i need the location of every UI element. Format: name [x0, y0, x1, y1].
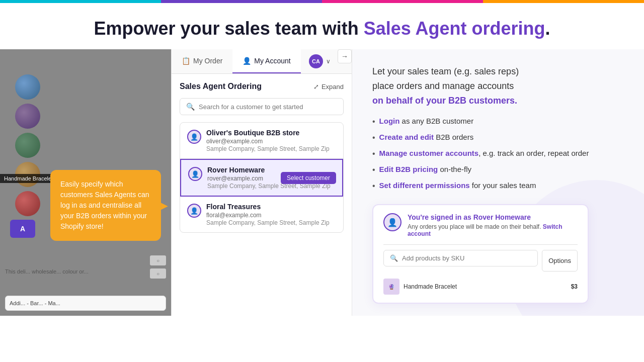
- right-panel: Let your sales team (e.g. sales reps) pl…: [352, 49, 644, 316]
- sao-header: Sales Agent Ordering ⤢ Expand: [180, 82, 344, 91]
- customer-name-1: Oliver's Boutique B2B store: [206, 129, 336, 137]
- right-desc-line2: place orders and manage accounts: [372, 81, 514, 91]
- sku-search-input[interactable]: [402, 254, 531, 262]
- customer-avatar-3: 👤: [187, 204, 201, 218]
- signin-title: You're signed in as Rover Homeware: [408, 213, 578, 221]
- customer-item-1[interactable]: 👤 Oliver's Boutique B2B store oliver@exa…: [180, 123, 343, 159]
- bullet-3: Manage customer accounts, e.g. track an …: [379, 148, 589, 159]
- customer-company-1: Sample Company, Sample Street, Sample Zi…: [206, 145, 336, 152]
- hero-title-end: .: [545, 18, 550, 39]
- sku-search-icon: 🔍: [390, 254, 398, 262]
- navigate-arrow-button[interactable]: →: [338, 49, 352, 63]
- hero-title-start: Empower your sales team with: [94, 18, 364, 39]
- customer-search-input[interactable]: [199, 103, 337, 111]
- feature-bullet-list: • Login as any B2B customer • Create and…: [372, 116, 624, 192]
- account-icon: 👤: [243, 57, 251, 65]
- product-name: Handmade Bracelet: [404, 283, 457, 290]
- signin-card-header: 👤 You're signed in as Rover Homeware Any…: [383, 213, 578, 237]
- customer-company-3: Sample Company, Sample Street, Sample Zi…: [206, 219, 336, 226]
- add-button-area[interactable]: A: [10, 220, 35, 238]
- bullet-dot-4: •: [372, 164, 375, 176]
- account-avatar-button[interactable]: CA ∨: [302, 49, 338, 73]
- expand-icon: ⤢: [313, 83, 319, 90]
- tab-my-order[interactable]: 📋 My Order: [172, 49, 232, 73]
- signin-sub-text: Any orders you place will be made on the…: [408, 223, 541, 230]
- sku-row: 🔍 Options: [383, 250, 578, 272]
- signin-card: 👤 You're signed in as Rover Homeware Any…: [372, 204, 589, 304]
- customer-avatar-1: 👤: [187, 130, 201, 144]
- bar-pink: [322, 0, 483, 3]
- product-description: This deli... wholesale... colour or...: [5, 268, 166, 276]
- bullet-item-4: • Edit B2B pricing on-the-fly: [372, 164, 624, 176]
- sao-title: Sales Agent Ordering: [180, 82, 262, 91]
- bullet-dot-2: •: [372, 132, 375, 144]
- tooltip-bubble: Easily specify which customers Sales Age…: [50, 170, 161, 241]
- select-customer-button[interactable]: Select customer: [281, 172, 336, 184]
- bullet-item-3: • Manage customer accounts, e.g. track a…: [372, 148, 624, 160]
- cart-icon-1: ○: [150, 255, 166, 265]
- bullet-2: Create and edit B2B orders: [379, 132, 474, 143]
- hero-title-highlight: Sales Agent ordering: [364, 18, 545, 39]
- product-thumbnail: 🔮: [383, 279, 399, 295]
- options-button[interactable]: Options: [542, 250, 578, 272]
- sku-search-bar[interactable]: 🔍: [383, 250, 538, 266]
- bead-5: [15, 191, 40, 216]
- tab-my-account[interactable]: 👤 My Account: [232, 49, 300, 73]
- additional-info-box: Addi... - Bar... - Ma...: [5, 296, 166, 311]
- customer-item-3[interactable]: 👤 Floral Treasures floral@example.com Sa…: [180, 197, 343, 232]
- sao-panel: Sales Agent Ordering ⤢ Expand 🔍 👤 Oliver…: [172, 74, 352, 241]
- bullet-item-1: • Login as any B2B customer: [372, 116, 624, 128]
- signin-text: You're signed in as Rover Homeware Any o…: [408, 213, 578, 237]
- bullet-5: Set different permissions for your sales…: [379, 180, 536, 192]
- left-store-preview: Handmade Bracelet Easily specify which c…: [0, 49, 171, 316]
- product-price: $3: [571, 283, 578, 290]
- bullet-dot-3: •: [372, 148, 375, 160]
- product-label: Handmade Bracelet: [0, 174, 57, 183]
- signin-sub: Any orders you place will be made on the…: [408, 223, 578, 237]
- bullet-4: Edit B2B pricing on-the-fly: [379, 164, 471, 175]
- customer-avatar-2: 👤: [188, 167, 202, 181]
- customer-item-2[interactable]: 👤 Rover Homeware rover@example.com Sampl…: [180, 159, 343, 197]
- customer-list: 👤 Oliver's Boutique B2B store oliver@exa…: [180, 122, 344, 233]
- customer-search-bar[interactable]: 🔍: [180, 98, 344, 115]
- main-layout: Handmade Bracelet Easily specify which c…: [0, 49, 644, 316]
- tabs-bar: 📋 My Order 👤 My Account CA ∨ →: [172, 49, 352, 74]
- bullet-dot-1: •: [372, 116, 375, 128]
- signin-avatar: 👤: [383, 213, 401, 231]
- expand-button[interactable]: ⤢ Expand: [313, 83, 344, 90]
- avatar-circle: CA: [309, 54, 323, 68]
- bead-2: [15, 104, 40, 129]
- bead-3: [15, 133, 40, 158]
- customer-name-3: Floral Treasures: [206, 203, 336, 211]
- right-desc-line1: Let your sales team (e.g. sales reps): [372, 66, 519, 76]
- product-row: 🔮 Handmade Bracelet $3: [383, 276, 578, 295]
- hero-title: Empower your sales team with Sales Agent…: [10, 18, 634, 39]
- bead-1: [15, 74, 40, 100]
- tab-my-order-label: My Order: [193, 57, 222, 65]
- hero-section: Empower your sales team with Sales Agent…: [0, 3, 644, 49]
- center-panel: 📋 My Order 👤 My Account CA ∨ → Sales Age…: [171, 49, 352, 316]
- customer-email-1: oliver@example.com: [206, 138, 336, 145]
- tab-my-account-label: My Account: [254, 57, 290, 65]
- order-icon: 📋: [182, 57, 190, 65]
- add-to-cart-button[interactable]: A: [10, 220, 35, 238]
- right-desc: Let your sales team (e.g. sales reps) pl…: [372, 64, 624, 108]
- search-icon: 🔍: [186, 103, 195, 111]
- right-desc-highlight: on behalf of your B2B customers.: [372, 96, 517, 106]
- bullet-item-2: • Create and edit B2B orders: [372, 132, 624, 144]
- arrow-right-icon: →: [341, 52, 348, 60]
- chevron-down-icon: ∨: [326, 58, 331, 65]
- customer-info-1: Oliver's Boutique B2B store oliver@examp…: [206, 129, 336, 152]
- bullet-dot-5: •: [372, 180, 375, 192]
- bullet-item-5: • Set different permissions for your sal…: [372, 180, 624, 192]
- customer-email-3: floral@example.com: [206, 212, 336, 219]
- signin-divider: [383, 244, 578, 245]
- expand-label: Expand: [321, 83, 344, 90]
- customer-info-3: Floral Treasures floral@example.com Samp…: [206, 203, 336, 226]
- bar-orange: [483, 0, 644, 3]
- bar-purple: [161, 0, 322, 3]
- bar-cyan: [0, 0, 161, 3]
- top-color-bar: [0, 0, 644, 3]
- right-content: Let your sales team (e.g. sales reps) pl…: [372, 64, 624, 304]
- bullet-1: Login as any B2B customer: [379, 116, 474, 127]
